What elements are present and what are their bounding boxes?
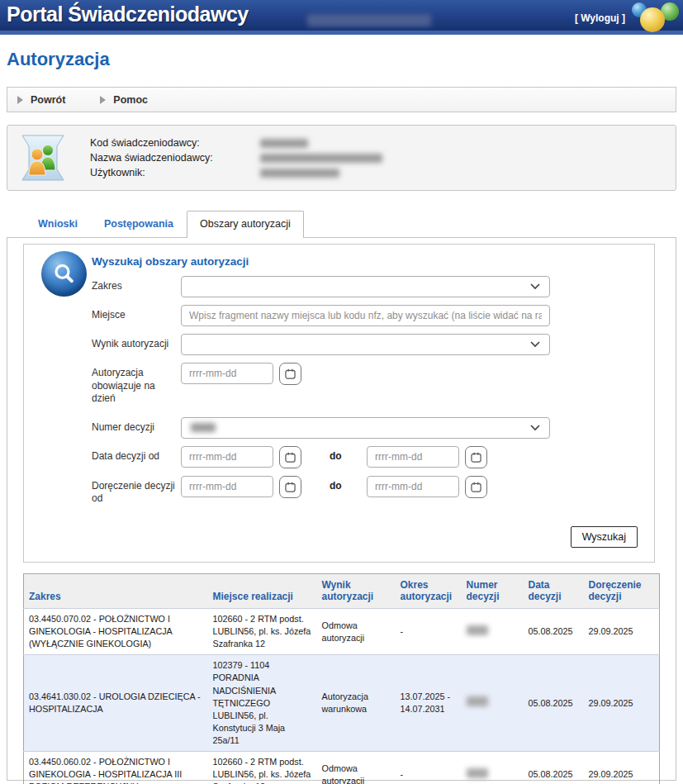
tab-wnioski[interactable]: Wnioski <box>25 211 91 237</box>
cell-doreczenie: 29.09.2025 <box>584 608 660 654</box>
calendar-icon <box>285 482 296 492</box>
back-button[interactable]: Powrót <box>14 94 69 106</box>
cell-numer-redacted <box>462 608 524 654</box>
provider-name-value-redacted <box>260 154 382 163</box>
cell-wynik: Odmowa autoryzacji <box>317 608 396 654</box>
zakres-select[interactable] <box>181 276 550 297</box>
cell-data: 05.08.2025 <box>524 752 584 784</box>
provider-user-label: Użytkownik: <box>90 167 260 178</box>
col-doreczenie[interactable]: Doręczenie decyzji <box>584 573 660 608</box>
cell-zakres: 03.4450.070.02 - POŁOŻNICTWO I GINEKOLOG… <box>24 608 208 654</box>
provider-user-value-redacted <box>260 169 339 178</box>
do-label: do <box>330 450 367 462</box>
cell-miejsce: 102660 - 2 RTM podst. LUBLIN56, pl. ks. … <box>208 752 317 784</box>
cell-okres: - <box>396 752 462 784</box>
cell-okres: - <box>396 608 462 654</box>
data-decyzji-do-input[interactable] <box>367 446 459 468</box>
data-decyzji-od-input[interactable] <box>181 446 273 468</box>
provider-code-label: Kod świadczeniodawcy: <box>90 137 260 149</box>
wynik-autoryzacji-label: Wynik autoryzacji <box>92 334 181 351</box>
cell-wynik: Autoryzacja warunkowa <box>317 655 396 752</box>
cell-zakres: 03.4641.030.02 - UROLOGIA DZIECIĘCA - HO… <box>24 655 208 752</box>
table-row[interactable]: 03.4641.030.02 - UROLOGIA DZIECIĘCA - HO… <box>24 655 660 752</box>
tab-bar: Wnioski Postępowania Obszary autoryzacji <box>7 211 676 237</box>
search-form-heading: Wyszukaj obszary autoryzacji <box>92 255 654 268</box>
cell-numer-redacted <box>462 752 524 784</box>
zakres-label: Zakres <box>92 276 181 293</box>
arrow-right-icon <box>17 96 23 104</box>
page-content: Autoryzacja Powrót Pomoc Kod świadczenio <box>0 49 683 781</box>
app-title: Portal Świadczeniodawcy <box>7 2 249 26</box>
miejsce-input[interactable] <box>181 305 550 326</box>
tab-obszary-autoryzacji[interactable]: Obszary autoryzacji <box>187 211 304 238</box>
header-strip <box>0 31 683 35</box>
col-data[interactable]: Data decyzji <box>524 573 584 608</box>
cell-miejsce: 102379 - 1104 PORADNIA NADCIŚNIENIA TĘTN… <box>208 655 317 752</box>
wynik-autoryzacji-select[interactable] <box>181 334 550 355</box>
back-label: Powrót <box>31 94 65 106</box>
cell-miejsce: 102660 - 2 RTM podst. LUBLIN56, pl. ks. … <box>208 608 317 654</box>
app-header: Portal Świadczeniodawcy [ Wyloguj ] <box>0 0 683 35</box>
col-zakres[interactable]: Zakres <box>24 573 208 608</box>
calendar-button[interactable] <box>279 476 301 498</box>
calendar-icon <box>285 452 296 463</box>
cell-doreczenie: 29.09.2025 <box>584 752 660 784</box>
cell-okres: 13.07.2025 - 14.07.2031 <box>396 655 462 752</box>
cell-wynik: Odmowa autoryzacji <box>317 752 396 784</box>
help-button[interactable]: Pomoc <box>97 94 151 106</box>
table-header-row: Zakres Miejsce realizacji Wynik autoryza… <box>24 573 660 608</box>
chevron-down-icon <box>530 341 540 348</box>
arrow-right-icon <box>100 96 106 104</box>
balloons-logo-icon <box>629 1 681 34</box>
cell-doreczenie: 29.09.2025 <box>584 655 660 752</box>
chevron-down-icon <box>530 425 540 431</box>
cell-zakres: 03.4450.060.02 - POŁOŻNICTWO I GINEKOLOG… <box>24 752 208 784</box>
doreczenie-decyzji-od-label: Doręczenie decyzji od <box>92 476 181 506</box>
numer-decyzji-label: Numer decyzji <box>92 417 181 435</box>
chevron-down-icon <box>530 283 540 290</box>
provider-name-label: Nazwa świadczeniodawcy: <box>90 152 260 164</box>
cell-data: 05.08.2025 <box>524 608 584 654</box>
numer-decyzji-value-redacted <box>191 423 216 432</box>
col-numer[interactable]: Numer decyzji <box>462 573 524 608</box>
table-row[interactable]: 03.4450.070.02 - POŁOŻNICTWO I GINEKOLOG… <box>24 608 660 654</box>
provider-code-value-redacted <box>260 139 308 148</box>
calendar-button[interactable] <box>279 363 301 385</box>
logout-link[interactable]: [ Wyloguj ] <box>575 12 625 24</box>
obowiazuje-na-dzien-input[interactable] <box>181 363 273 384</box>
provider-people-icon <box>21 134 65 182</box>
miejsce-label: Miejsce <box>92 305 181 322</box>
tab-postepowania[interactable]: Postępowania <box>91 211 187 237</box>
results-table: Zakres Miejsce realizacji Wynik autoryza… <box>23 573 660 784</box>
calendar-button[interactable] <box>465 476 487 498</box>
search-form: Wyszukaj obszary autoryzacji Zakres Miej… <box>23 244 655 563</box>
col-okres[interactable]: Okres autoryzacji <box>396 573 462 608</box>
provider-fields: Kod świadczeniodawcy: Nazwa świadczeniod… <box>90 137 508 178</box>
do-label: do <box>330 480 367 492</box>
data-decyzji-od-label: Data decyzji od <box>92 446 181 463</box>
provider-info-box: Kod świadczeniodawcy: Nazwa świadczeniod… <box>7 125 676 191</box>
calendar-icon <box>471 452 481 463</box>
search-icon <box>41 251 87 297</box>
search-button[interactable]: Wyszukaj <box>571 526 638 548</box>
results-table-wrap: Zakres Miejsce realizacji Wynik autoryza… <box>23 573 655 784</box>
page-title: Autoryzacja <box>7 49 676 70</box>
help-label: Pomoc <box>113 94 148 106</box>
doreczenie-decyzji-od-input[interactable] <box>181 476 273 497</box>
toolbar: Powrót Pomoc <box>7 87 676 112</box>
header-redacted-text <box>307 14 431 26</box>
col-miejsce[interactable]: Miejsce realizacji <box>208 573 317 608</box>
col-wynik[interactable]: Wynik autoryzacji <box>317 573 396 608</box>
tab-content-panel: Wyszukaj obszary autoryzacji Zakres Miej… <box>7 237 676 781</box>
table-row[interactable]: 03.4450.060.02 - POŁOŻNICTWO I GINEKOLOG… <box>24 752 660 784</box>
cell-numer-redacted <box>462 655 524 752</box>
doreczenie-decyzji-do-input[interactable] <box>367 476 459 497</box>
numer-decyzji-select[interactable] <box>181 417 550 439</box>
calendar-button[interactable] <box>465 446 487 468</box>
calendar-icon <box>471 482 481 492</box>
calendar-icon <box>285 368 296 379</box>
obowiazuje-na-dzien-label: Autoryzacja obowiązuje na dzień <box>92 363 181 406</box>
calendar-button[interactable] <box>279 446 301 468</box>
cell-data: 05.08.2025 <box>524 655 584 752</box>
